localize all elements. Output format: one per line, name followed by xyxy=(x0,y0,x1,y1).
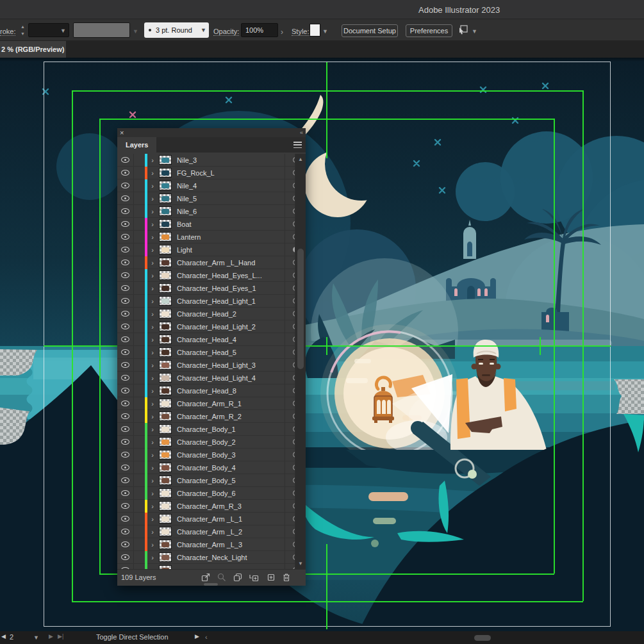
eye-icon[interactable] xyxy=(121,516,129,522)
visibility-cell[interactable] xyxy=(117,154,134,167)
disclosure-arrow[interactable]: › xyxy=(147,384,158,397)
layer-row[interactable]: › Character_Head_8 xyxy=(117,384,306,397)
disclosure-arrow[interactable]: › xyxy=(147,282,158,295)
eye-icon[interactable] xyxy=(121,465,129,470)
disclosure-arrow[interactable]: › xyxy=(147,308,158,320)
visibility-cell[interactable] xyxy=(117,269,134,282)
trash-icon[interactable] xyxy=(281,572,292,582)
next-artboard-icon[interactable]: ▶ xyxy=(49,633,53,640)
eye-icon[interactable] xyxy=(121,529,129,534)
status-play-icon[interactable]: ▶ xyxy=(195,633,199,640)
lock-cell[interactable] xyxy=(134,282,145,295)
visibility-cell[interactable] xyxy=(117,333,134,346)
eye-icon[interactable] xyxy=(121,362,129,368)
scroll-up-icon[interactable]: ▲ xyxy=(298,156,303,162)
layer-thumbnail[interactable] xyxy=(159,514,172,524)
eye-icon[interactable] xyxy=(121,272,129,278)
tab-layers[interactable]: Layers xyxy=(117,137,156,153)
visibility-cell[interactable] xyxy=(117,423,134,436)
visibility-cell[interactable] xyxy=(117,449,134,461)
disclosure-arrow[interactable]: › xyxy=(147,397,158,410)
lock-cell[interactable] xyxy=(134,205,145,218)
layer-thumbnail[interactable] xyxy=(159,373,172,383)
disclosure-arrow[interactable]: › xyxy=(147,244,158,256)
disclosure-arrow[interactable]: › xyxy=(147,436,158,449)
scrollbar-thumb[interactable] xyxy=(297,249,304,369)
eye-icon[interactable] xyxy=(121,452,129,458)
layer-thumbnail[interactable] xyxy=(159,322,172,331)
layer-thumbnail[interactable] xyxy=(159,232,172,242)
eye-icon[interactable] xyxy=(121,298,129,304)
layer-name[interactable]: Character_Arm _L_1 xyxy=(172,515,285,523)
layer-row[interactable]: › Character_Body_3 xyxy=(117,449,306,461)
layer-name[interactable]: Lantern xyxy=(172,233,285,241)
layer-row[interactable]: › Character_Arm_R_1 xyxy=(117,397,306,410)
layer-row[interactable]: › xyxy=(117,564,306,569)
layer-thumbnail[interactable] xyxy=(159,399,172,408)
chevron-down-icon[interactable]: ▼ xyxy=(133,28,138,35)
layer-name[interactable]: Character_Arm _L_3 xyxy=(172,541,285,549)
disclosure-arrow[interactable]: › xyxy=(147,154,158,167)
layer-name[interactable]: Character_Head_4 xyxy=(172,336,285,343)
layer-name[interactable]: Character_Body_1 xyxy=(172,425,285,433)
canvas-area[interactable] xyxy=(0,58,644,631)
chevron-down-icon[interactable]: ▼ xyxy=(201,22,206,38)
disclosure-arrow[interactable]: › xyxy=(147,525,158,538)
layer-row[interactable]: › Character_Head_Light_3 xyxy=(117,359,306,372)
last-artboard-icon[interactable]: ▶| xyxy=(58,633,63,640)
layer-thumbnail[interactable] xyxy=(159,501,172,511)
layer-thumbnail[interactable] xyxy=(159,245,172,254)
chevron-down-icon[interactable]: ▼ xyxy=(60,24,66,37)
disclosure-arrow[interactable]: › xyxy=(147,218,158,231)
brush-definition-dropdown[interactable]: 3 pt. Round ▼ xyxy=(144,22,209,38)
layer-row[interactable]: › FG_Rock_L xyxy=(117,167,306,179)
lock-cell[interactable] xyxy=(134,192,145,205)
new-sublayer-icon[interactable] xyxy=(249,572,259,582)
disclosure-arrow[interactable]: › xyxy=(147,564,158,570)
visibility-cell[interactable] xyxy=(117,359,134,372)
eye-icon[interactable] xyxy=(121,183,129,188)
layer-name[interactable]: Character_Arm_R_1 xyxy=(172,400,285,408)
disclosure-arrow[interactable]: › xyxy=(147,551,158,564)
document-tab[interactable]: 2 % (RGB/Preview) xyxy=(0,41,66,58)
visibility-cell[interactable] xyxy=(117,513,134,525)
disclosure-arrow[interactable]: › xyxy=(147,423,158,436)
close-icon[interactable]: × xyxy=(120,128,124,137)
layer-thumbnail[interactable] xyxy=(159,347,172,357)
layer-thumbnail[interactable] xyxy=(159,386,172,395)
layer-thumbnail[interactable] xyxy=(159,437,172,447)
layer-name[interactable]: Character_Head_5 xyxy=(172,349,285,356)
layer-row[interactable]: › Character_Neck_Light xyxy=(117,551,306,564)
lock-cell[interactable] xyxy=(134,384,145,397)
layer-row[interactable]: › Character_Body_6 xyxy=(117,487,306,500)
visibility-cell[interactable] xyxy=(117,218,134,231)
lock-cell[interactable] xyxy=(134,423,145,436)
visibility-cell[interactable] xyxy=(117,384,134,397)
visibility-cell[interactable] xyxy=(117,167,134,179)
lock-cell[interactable] xyxy=(134,244,145,256)
visibility-cell[interactable] xyxy=(117,564,134,570)
eye-icon[interactable] xyxy=(121,247,129,252)
visibility-cell[interactable] xyxy=(117,487,134,500)
layer-thumbnail[interactable] xyxy=(159,296,172,306)
lock-cell[interactable] xyxy=(134,179,145,192)
layer-row[interactable]: › Nile_6 xyxy=(117,205,306,218)
eye-icon[interactable] xyxy=(121,157,129,163)
lock-cell[interactable] xyxy=(134,346,145,359)
layer-thumbnail[interactable] xyxy=(159,552,172,562)
eye-icon[interactable] xyxy=(121,324,129,329)
layer-row[interactable]: › Character_Arm _L_2 xyxy=(117,525,306,538)
export-icon[interactable] xyxy=(201,572,211,582)
layer-thumbnail[interactable] xyxy=(159,155,172,165)
lock-cell[interactable] xyxy=(134,397,145,410)
eye-icon[interactable] xyxy=(121,221,129,227)
layer-row[interactable]: › Character_Body_2 xyxy=(117,436,306,449)
lock-cell[interactable] xyxy=(134,333,145,346)
layer-thumbnail[interactable] xyxy=(159,527,172,536)
preferences-button[interactable]: Preferences xyxy=(406,24,452,37)
visibility-cell[interactable] xyxy=(117,308,134,320)
selection-preferences-icon[interactable] xyxy=(457,25,468,35)
layer-row[interactable]: › Character_Head_4 xyxy=(117,333,306,346)
layer-row[interactable]: › Nile_5 xyxy=(117,192,306,205)
visibility-cell[interactable] xyxy=(117,320,134,333)
